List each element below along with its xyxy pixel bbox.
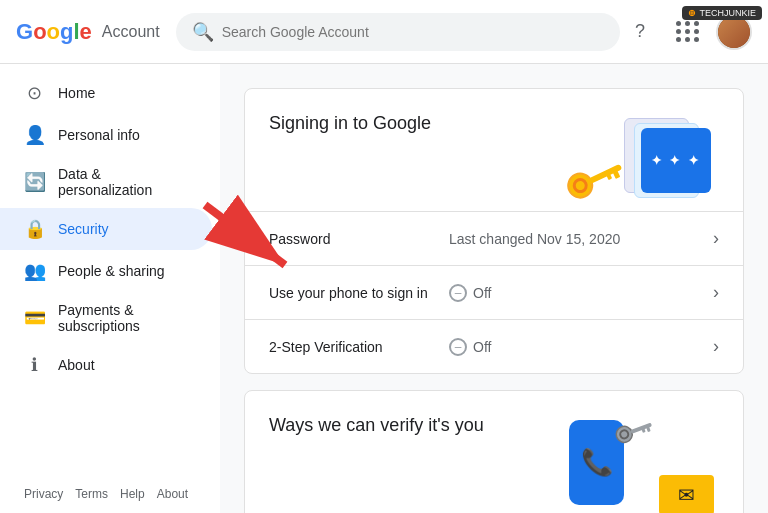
sidebar-footer: Privacy Terms Help About	[0, 475, 220, 513]
signing-in-card: Signing in to Google ✦ ✦ ✦	[244, 88, 744, 374]
search-icon: 🔍	[192, 21, 214, 43]
data-icon: 🔄	[24, 171, 44, 193]
sidebar-item-data-label: Data & personalization	[58, 166, 188, 198]
sidebar-item-about[interactable]: ℹ About	[0, 344, 212, 386]
sidebar-item-security[interactable]: 🔒 Security	[0, 208, 212, 250]
payments-icon: 💳	[24, 307, 44, 329]
sidebar-item-home[interactable]: ⊙ Home	[0, 72, 212, 114]
sidebar-item-personal-info-label: Personal info	[58, 127, 140, 143]
sidebar-item-security-label: Security	[58, 221, 109, 237]
sidebar: ⊙ Home 👤 Personal info 🔄 Data & personal…	[0, 64, 220, 513]
card2-header: Ways we can verify it's you 📞	[245, 391, 743, 513]
svg-point-2	[564, 170, 596, 202]
password-value: Last changed Nov 15, 2020	[449, 231, 713, 247]
verify-card: Ways we can verify it's you 📞	[244, 390, 744, 513]
password-chevron: ›	[713, 228, 719, 249]
main-content: Signing in to Google ✦ ✦ ✦	[220, 64, 768, 513]
use-phone-status: – Off	[449, 284, 491, 302]
sidebar-item-people[interactable]: 👥 People & sharing	[0, 250, 212, 292]
home-icon: ⊙	[24, 82, 44, 104]
use-phone-label: Use your phone to sign in	[269, 285, 449, 301]
use-phone-item[interactable]: Use your phone to sign in – Off ›	[245, 265, 743, 319]
sidebar-item-personal-info[interactable]: 👤 Personal info	[0, 114, 212, 156]
techjunkie-badge: ⊕ TECHJUNKIE	[682, 6, 762, 20]
logo-google-text: Google	[16, 19, 92, 45]
two-step-item[interactable]: 2-Step Verification – Off ›	[245, 319, 743, 373]
security-icon: 🔒	[24, 218, 44, 240]
card1-header: Signing in to Google ✦ ✦ ✦	[245, 89, 743, 211]
two-step-status-dot: –	[449, 338, 467, 356]
two-step-status: – Off	[449, 338, 491, 356]
grid-icon	[676, 21, 700, 42]
help-button[interactable]: ?	[620, 12, 660, 52]
sidebar-item-payments[interactable]: 💳 Payments & subscriptions	[0, 292, 212, 344]
layout: ⊙ Home 👤 Personal info 🔄 Data & personal…	[0, 64, 768, 513]
about-icon: ℹ	[24, 354, 44, 376]
use-phone-chevron: ›	[713, 282, 719, 303]
search-input[interactable]	[222, 24, 604, 40]
header-account-label: Account	[102, 23, 160, 41]
footer-about[interactable]: About	[157, 487, 188, 501]
use-phone-status-dot: –	[449, 284, 467, 302]
password-item[interactable]: Password Last changed Nov 15, 2020 ›	[245, 211, 743, 265]
header: Google Account 🔍 ? ⊕ TECHJUNKIE	[0, 0, 768, 64]
card1-illustration: ✦ ✦ ✦	[559, 113, 719, 203]
card1-title: Signing in to Google	[269, 113, 431, 134]
two-step-label: 2-Step Verification	[269, 339, 449, 355]
footer-terms[interactable]: Terms	[75, 487, 108, 501]
sidebar-item-payments-label: Payments & subscriptions	[58, 302, 188, 334]
two-step-status-text: Off	[473, 339, 491, 355]
person-icon: 👤	[24, 124, 44, 146]
footer-help[interactable]: Help	[120, 487, 145, 501]
sidebar-item-people-label: People & sharing	[58, 263, 165, 279]
svg-point-7	[614, 424, 635, 445]
google-logo: Google Account	[16, 19, 160, 45]
svg-rect-10	[646, 426, 651, 432]
use-phone-status-text: Off	[473, 285, 491, 301]
password-label: Password	[269, 231, 449, 247]
sidebar-item-home-label: Home	[58, 85, 95, 101]
card2-title: Ways we can verify it's you	[269, 415, 484, 436]
search-bar[interactable]: 🔍	[176, 13, 620, 51]
avatar-image	[718, 16, 750, 48]
help-icon: ?	[635, 21, 645, 42]
sidebar-item-about-label: About	[58, 357, 95, 373]
sidebar-item-data[interactable]: 🔄 Data & personalization	[0, 156, 212, 208]
card2-illustration: 📞 ✉	[559, 415, 719, 513]
two-step-chevron: ›	[713, 336, 719, 357]
footer-privacy[interactable]: Privacy	[24, 487, 63, 501]
people-icon: 👥	[24, 260, 44, 282]
